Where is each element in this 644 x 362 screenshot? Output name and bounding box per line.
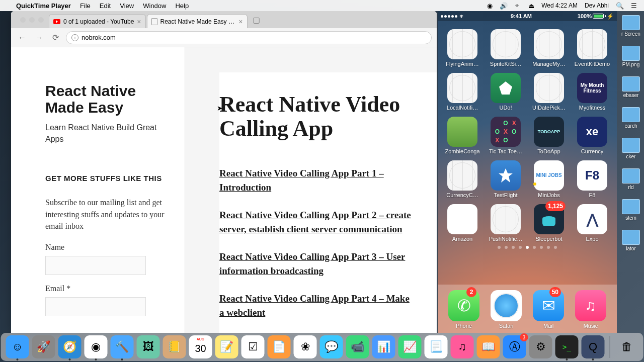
app-todoapp[interactable]: TODOAPPToDoApp <box>529 117 569 154</box>
dock-app-mail[interactable]: ✉50Mail <box>533 290 564 329</box>
dock-facetime[interactable]: 📹 <box>346 335 369 358</box>
zoom-window-button[interactable] <box>38 17 44 23</box>
menu-edit[interactable]: Edit <box>100 2 111 10</box>
menu-window[interactable]: Window <box>143 2 166 10</box>
dock-safari[interactable]: 🧭 <box>58 335 82 358</box>
dock-photos[interactable]: ❀ <box>294 335 317 358</box>
spotlight-icon[interactable]: 🔍 <box>616 2 624 10</box>
app-f8[interactable]: F8F8 <box>573 160 612 198</box>
app-minijobs[interactable]: MINI JOBSMiniJobs <box>529 160 569 198</box>
new-tab-button[interactable]: ▢ <box>251 15 263 25</box>
updates-icon[interactable]: ⏏ <box>528 2 534 10</box>
dock-chrome[interactable]: ◉ <box>85 335 108 358</box>
dock-app-safari[interactable]: Safari <box>491 290 522 329</box>
app-label: ManageMy… <box>532 61 565 67</box>
app-menu[interactable]: QuickTime Player <box>16 2 71 10</box>
app-expo[interactable]: ⋀Expo <box>573 204 612 242</box>
url-field[interactable]: i nobrok.com <box>66 31 432 44</box>
dock-launchpad[interactable]: 🚀 <box>32 335 55 358</box>
app-testflight[interactable]: TestFlight <box>486 160 525 198</box>
app-eventkitdemo[interactable]: EventKitDemo <box>573 29 612 67</box>
dock-ibooks[interactable]: 📖 <box>477 335 500 358</box>
dock-contacts[interactable]: 📒 <box>163 335 186 358</box>
dock-xcode[interactable]: 🔨 <box>111 335 134 358</box>
notification-center-icon[interactable]: ☰ <box>631 2 637 10</box>
app-sleeperbot[interactable]: 1,125Sleeperbot <box>529 204 569 242</box>
close-tab-icon[interactable]: × <box>137 18 141 26</box>
dock-reminders[interactable]: ☑ <box>242 335 265 358</box>
menubar-clock[interactable]: Wed 4:22 AM <box>541 2 578 9</box>
app-label: Phone <box>456 323 472 329</box>
close-window-button[interactable] <box>20 17 26 23</box>
app-icon: ⋀ <box>577 204 607 234</box>
desktop-folder[interactable]: PM.png <box>620 46 642 67</box>
app-spritekitsi[interactable]: SpriteKitSi… <box>486 29 525 67</box>
wifi-icon: ᯤ <box>459 13 465 19</box>
dock-calendar[interactable]: AUG30 <box>189 335 212 358</box>
site-title[interactable]: React Native Made Easy <box>45 82 165 116</box>
app-tictactoe[interactable]: OXOXOXOTic Tac Toe… <box>486 117 525 154</box>
name-input[interactable] <box>45 256 146 275</box>
app-uidatepick[interactable]: UIDatePick… <box>529 73 569 111</box>
app-pushnotific[interactable]: PushNotific… <box>486 204 525 242</box>
site-info-icon[interactable]: i <box>71 34 78 41</box>
record-icon[interactable]: ◉ <box>487 2 493 10</box>
desktop-folder[interactable]: r Screen <box>620 15 642 37</box>
back-button[interactable]: ← <box>16 33 28 42</box>
app-label: UDo! <box>499 105 512 111</box>
desktop-folder[interactable]: stem <box>620 199 642 221</box>
desktop-folder[interactable]: cker <box>620 138 642 159</box>
app-localnotifi[interactable]: LocalNotifi… <box>443 73 482 111</box>
app-currencyc[interactable]: CurrencyC… <box>443 160 482 198</box>
dock-terminal[interactable]: >_ <box>555 335 579 358</box>
dock-numbers[interactable]: 📈 <box>398 335 422 358</box>
menu-view[interactable]: View <box>120 2 134 10</box>
close-tab-icon[interactable]: × <box>238 18 243 26</box>
wifi-icon[interactable]: ᯤ <box>515 2 521 10</box>
app-label: FlyingAnim… <box>446 61 478 67</box>
app-myofitness[interactable]: My Mouth FitnessMyofitness <box>573 73 612 111</box>
tab-nobrok[interactable]: React Native Made Easy – Lea × <box>147 14 248 28</box>
dock-trash[interactable]: 🗑 <box>615 335 638 358</box>
dock-messages[interactable]: 💬 <box>320 335 343 358</box>
app-currency[interactable]: xeCurrency <box>573 117 612 154</box>
dock-pages[interactable]: 📄 <box>268 335 291 358</box>
desktop-folder[interactable]: earch <box>620 107 642 129</box>
article-area: ➤ React Native Video Calling App React N… <box>185 47 437 333</box>
dock-keynote[interactable]: 📊 <box>372 335 395 358</box>
menubar-user[interactable]: Dev Abhi <box>585 2 609 9</box>
app-udo[interactable]: UDo! <box>486 73 525 111</box>
app-amazon[interactable]: Amazon <box>443 204 482 242</box>
tab-youtube[interactable]: 0 of 1 uploaded - YouTube × <box>49 14 146 28</box>
app-label: F8 <box>589 192 596 198</box>
article-link[interactable]: React Native Video Calling App Part 2 – … <box>219 208 417 237</box>
dock-appstore[interactable]: Ⓐ3 <box>503 335 526 358</box>
reload-button[interactable]: ⟳ <box>50 33 61 42</box>
dock-sysprefs[interactable]: ⚙ <box>529 335 552 358</box>
dock-preview[interactable]: 🖼 <box>137 335 160 358</box>
app-flyinganim[interactable]: FlyingAnim… <box>443 29 482 67</box>
signal-icon <box>441 15 457 18</box>
page-indicator[interactable] <box>438 246 617 249</box>
email-input[interactable] <box>45 297 146 316</box>
dock-textedit[interactable]: 📃 <box>425 335 448 358</box>
menu-help[interactable]: Help <box>175 2 189 10</box>
menu-file[interactable]: File <box>80 2 91 10</box>
dock-app-phone[interactable]: ✆2Phone <box>448 290 479 329</box>
desktop-folder[interactable]: rld <box>620 168 642 190</box>
app-managemy[interactable]: ManageMy… <box>529 29 569 67</box>
article-link[interactable]: React Native Video Calling App Part 3 – … <box>219 250 417 279</box>
dock-finder[interactable]: ☺ <box>6 335 29 358</box>
dock-notes[interactable]: 📝 <box>215 335 238 358</box>
forward-button[interactable]: → <box>33 33 45 42</box>
article-link[interactable]: React Native Video Calling App Part 4 – … <box>219 292 417 320</box>
dock-app-music[interactable]: ♫Music <box>575 290 606 329</box>
dock-itunes[interactable]: ♫ <box>451 335 474 358</box>
volume-icon[interactable]: 🔊 <box>500 2 508 10</box>
article-link[interactable]: React Native Video Calling App Part 1 – … <box>219 166 417 195</box>
app-zombieconga[interactable]: ZombieConga <box>443 117 482 154</box>
minimize-window-button[interactable] <box>29 17 35 23</box>
desktop-folder[interactable]: ebaser <box>620 76 642 98</box>
dock-quicktime[interactable]: Q <box>582 335 605 358</box>
desktop-folder[interactable]: lator <box>620 230 642 251</box>
